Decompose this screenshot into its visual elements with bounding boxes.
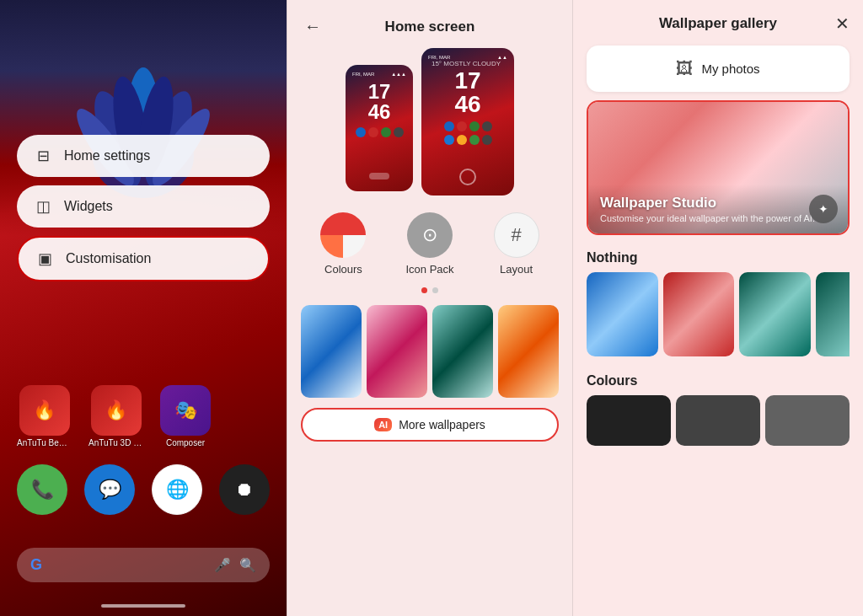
home-settings-label: Home settings — [64, 148, 150, 163]
nothing-wallpaper-grid — [573, 272, 863, 367]
app-dot-main-3 — [469, 121, 480, 131]
app-dot-row2-2 — [457, 135, 467, 145]
dots-indicator — [287, 284, 572, 297]
phone-icons-row-main — [444, 121, 492, 131]
microphone-icon[interactable]: 🎤 — [214, 557, 231, 573]
menu-item-customisation[interactable]: ▣ Customisation — [17, 236, 270, 281]
phone-inner-small: FRI, MAR▲▲▲ 17 46 — [346, 65, 413, 191]
panel3-title: Wallpaper gallery — [659, 15, 777, 32]
weather-text: 15° MOSTLY CLOUDY — [432, 60, 504, 67]
app-icon-dot-play — [394, 127, 404, 137]
studio-subtitle: Customise your ideal wallpaper with the … — [600, 213, 836, 223]
app-dot-row2-1 — [444, 135, 454, 145]
panel3-header: Wallpaper gallery ✕ — [573, 0, 863, 42]
app-dot-main-2 — [457, 121, 467, 131]
phone-preview-area: FRI, MAR▲▲▲ 17 46 — [287, 48, 572, 204]
app-camera[interactable]: ⏺ — [219, 464, 270, 515]
layout-label: Layout — [500, 263, 533, 276]
studio-title: Wallpaper Studio — [600, 195, 836, 212]
phone-hour-small: 17 — [368, 82, 391, 102]
phone-icons-row-small — [356, 127, 404, 137]
app-dot-main-4 — [482, 121, 492, 131]
colour-thumb-darkgrey[interactable] — [765, 395, 850, 446]
panel-wallpaper-gallery: Wallpaper gallery ✕ 🖼 My photos Wallpape… — [573, 0, 863, 616]
customise-options: Colours ⊙ Icon Pack # Layout — [287, 204, 572, 284]
app-antutu-3d[interactable]: 🔥 AnTuTu 3D B... — [88, 385, 143, 447]
app-icon-dot-phone — [356, 127, 366, 137]
wallpaper-thumb-teal[interactable] — [432, 305, 493, 398]
colours-section: Colours — [573, 367, 863, 446]
wallpaper-thumb-pink[interactable] — [367, 305, 427, 398]
my-photos-label: My photos — [701, 62, 759, 76]
customisation-icon: ▣ — [35, 249, 54, 268]
wallpaper-thumb-blue[interactable] — [301, 305, 362, 398]
colours-circle — [320, 212, 366, 258]
app-icon-dot-maps — [381, 127, 391, 137]
customise-layout[interactable]: # Layout — [494, 212, 539, 276]
customise-icon-pack[interactable]: ⊙ Icon Pack — [405, 212, 453, 276]
layout-circle: # — [494, 212, 539, 258]
app-row-1: 🔥 AnTuTu Benc... 🔥 AnTuTu 3D B... 🎭 Comp… — [17, 385, 270, 447]
wallpaper-thumb-orange[interactable] — [498, 305, 559, 398]
phone-home-dot-main — [459, 169, 476, 185]
colour-thumb-dark[interactable] — [676, 395, 760, 446]
app-chrome[interactable]: 🌐 — [152, 464, 202, 515]
my-photos-button[interactable]: 🖼 My photos — [587, 46, 850, 92]
app-phone[interactable]: 📞 — [17, 464, 67, 515]
app-composer[interactable]: 🎭 Composer — [160, 385, 211, 447]
app-row-2: 📞 💬 🌐 ⏺ — [17, 464, 270, 515]
colours-label: Colours — [324, 263, 362, 276]
menu-item-home-settings[interactable]: ⊟ Home settings — [17, 135, 270, 177]
context-menu: ⊟ Home settings ◫ Widgets ▣ Customisatio… — [17, 135, 270, 281]
dot-2 — [432, 287, 438, 293]
colour-thumb-black[interactable] — [587, 395, 671, 446]
app-antutu-bench[interactable]: 🔥 AnTuTu Benc... — [17, 385, 72, 447]
customise-colours[interactable]: Colours — [320, 212, 366, 276]
photo-icon: 🖼 — [676, 59, 693, 78]
icon-pack-circle: ⊙ — [407, 212, 453, 258]
panel2-title: Home screen — [385, 19, 475, 35]
menu-item-widgets[interactable]: ◫ Widgets — [17, 185, 270, 228]
wallpaper-strip — [287, 297, 572, 403]
close-button[interactable]: ✕ — [835, 13, 850, 34]
colours-section-title: Colours — [573, 370, 863, 395]
nothing-thumb-3[interactable] — [739, 272, 811, 356]
phone-mins-small: 46 — [368, 100, 391, 123]
nothing-thumb-2[interactable] — [663, 272, 735, 356]
nothing-thumb-4-partial[interactable] — [816, 272, 850, 356]
colours-grid — [573, 395, 863, 446]
app-messages[interactable]: 💬 — [84, 464, 135, 515]
more-wallpapers-label: More wallpapers — [399, 418, 485, 431]
google-g-icon: G — [30, 556, 42, 574]
phone-row2 — [444, 135, 492, 145]
phone-status-small: FRI, MAR▲▲▲ — [349, 72, 410, 77]
app-label-antutu1: AnTuTu Benc... — [17, 438, 72, 447]
nothing-thumb-1[interactable] — [587, 272, 658, 356]
panel-home-screen: ⊟ Home settings ◫ Widgets ▣ Customisatio… — [0, 0, 287, 616]
ai-badge: AI — [374, 418, 392, 431]
app-dot-row2-3 — [469, 135, 480, 145]
search-bar[interactable]: G 🎤 🔍 — [17, 548, 270, 582]
studio-action-button[interactable]: ✦ — [809, 195, 838, 223]
home-settings-icon: ⊟ — [34, 147, 52, 165]
icon-pack-label: Icon Pack — [405, 263, 453, 276]
phone-preview-small: FRI, MAR▲▲▲ 17 46 — [346, 65, 413, 191]
more-wallpapers-button[interactable]: AI More wallpapers — [301, 408, 559, 442]
app-label-antutu2: AnTuTu 3D B... — [88, 438, 143, 447]
customisation-label: Customisation — [66, 251, 151, 266]
nothing-section-title: Nothing — [573, 247, 863, 272]
panel-home-screen-settings: ← Home screen FRI, MAR▲▲▲ 17 46 — [287, 0, 573, 616]
app-icon-dot-mail — [368, 127, 378, 137]
widgets-label: Widgets — [64, 199, 113, 214]
phone-inner-main: FRI, MAR▲▲ 15° MOSTLY CLOUDY 17 46 — [421, 48, 514, 196]
phone-preview-main: FRI, MAR▲▲ 15° MOSTLY CLOUDY 17 46 — [421, 48, 514, 196]
app-grid: 🔥 AnTuTu Benc... 🔥 AnTuTu 3D B... 🎭 Comp… — [17, 385, 270, 515]
widgets-icon: ◫ — [34, 197, 52, 216]
wallpaper-studio-card[interactable]: Wallpaper Studio Customise your ideal wa… — [587, 100, 850, 235]
dot-1 — [421, 287, 427, 293]
lens-icon[interactable]: 🔍 — [239, 557, 256, 573]
app-dot-row2-4 — [482, 135, 492, 145]
app-dot-main-1 — [444, 121, 454, 131]
home-indicator — [101, 604, 185, 608]
back-button[interactable]: ← — [301, 13, 324, 40]
